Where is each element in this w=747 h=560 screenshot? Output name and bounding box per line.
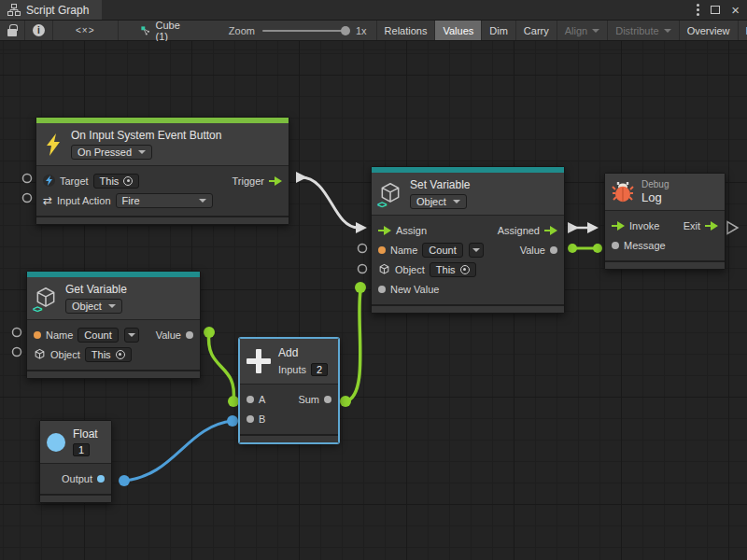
port-row-output: Output (40, 469, 111, 488)
port-label: Name (46, 329, 73, 341)
window-controls: × (697, 0, 747, 20)
sum-output-port[interactable] (324, 396, 331, 403)
assigned-output-port[interactable] (544, 226, 557, 235)
output-port[interactable] (97, 475, 105, 483)
graph-icon (7, 4, 21, 16)
graph-canvas[interactable]: On Input System Event Button On Pressed … (0, 41, 747, 560)
name-input-port[interactable] (34, 331, 41, 339)
chevron-down-icon (472, 248, 480, 252)
zoom-value: 1x (356, 25, 367, 36)
variable-name-dropdown[interactable]: Count (422, 243, 462, 258)
variable-cube-icon: <> (378, 181, 402, 207)
port-label: Exit (684, 220, 700, 231)
node-debug-log[interactable]: Debug Log Invoke Exit Message (604, 173, 726, 270)
wire-float-to-b (119, 415, 238, 486)
full-screen-button[interactable]: Full Screen (739, 21, 747, 40)
chevron-down-icon (128, 333, 135, 337)
gameobject-cube-icon[interactable] (34, 348, 46, 360)
exit-output-port[interactable] (705, 221, 718, 231)
object-this-chip[interactable]: This (85, 347, 132, 362)
wire-assigned-to-invoke (568, 222, 599, 233)
zoom-slider-handle[interactable] (341, 26, 350, 35)
port-row-message: Message (605, 235, 725, 255)
float-value-field[interactable]: 1 (73, 443, 90, 456)
new-value-input-port[interactable] (378, 286, 386, 293)
float-circle-icon (47, 433, 65, 452)
port-row-a: A Sum (240, 389, 338, 409)
inputs-count-field[interactable]: 2 (311, 363, 328, 376)
port-label: New Value (390, 284, 439, 295)
node-title: Log (641, 190, 662, 204)
port-row-name: Name Count Value (372, 240, 564, 259)
variable-name-dropdown-button[interactable] (124, 328, 139, 343)
name-input-port[interactable] (378, 246, 386, 254)
message-input-port[interactable] (612, 242, 619, 249)
player-input-icon[interactable] (43, 175, 55, 187)
variable-name-dropdown[interactable]: Count (78, 328, 118, 343)
node-float[interactable]: Float 1 Output (39, 420, 112, 503)
info-icon: i (33, 24, 45, 36)
gameobject-cube-icon[interactable] (378, 263, 390, 275)
variable-scope-dropdown[interactable]: Object (410, 194, 467, 209)
zoom-label: Zoom (229, 25, 255, 36)
wire-trigger-to-assign (296, 172, 367, 233)
a-input-port[interactable] (247, 396, 254, 403)
plus-icon (247, 349, 271, 373)
port-label: Output (62, 473, 92, 484)
variable-scope-dropdown[interactable]: Object (65, 299, 122, 314)
wire-getvalue-to-a (204, 327, 239, 407)
event-mode-dropdown[interactable]: On Pressed (71, 145, 152, 160)
port-row-b: B (240, 409, 338, 428)
object-this-chip[interactable]: This (430, 262, 476, 277)
port-row-object: Object This (372, 259, 564, 279)
zoom-slider[interactable] (262, 30, 348, 32)
port-label: Name (390, 245, 417, 256)
inspect-button[interactable]: i (25, 21, 53, 40)
invoke-input-port[interactable] (612, 221, 625, 231)
node-title: Float (73, 427, 98, 441)
align-dropdown[interactable]: Align (557, 21, 608, 40)
values-button[interactable]: Values (435, 21, 482, 40)
value-output-port[interactable] (550, 246, 557, 254)
b-input-port[interactable] (247, 415, 254, 423)
variable-name-dropdown-button[interactable] (469, 243, 484, 258)
input-action-dropdown[interactable]: Fire (116, 193, 213, 208)
port-label: Object (50, 349, 80, 360)
node-title: Add (278, 346, 298, 359)
node-get-variable[interactable]: <> Get Variable Object Name Count Value (26, 271, 201, 379)
port-label: Assigned (498, 225, 540, 236)
menu-kebab-icon[interactable] (697, 4, 699, 16)
port-label: Object (395, 264, 425, 275)
target-picker-icon (116, 350, 125, 359)
lock-button[interactable] (0, 21, 25, 40)
overview-button[interactable]: Overview (680, 21, 739, 40)
port-label: B (259, 413, 265, 425)
carry-button[interactable]: Carry (516, 21, 557, 40)
assign-input-port[interactable] (378, 226, 391, 235)
node-add[interactable]: Add Inputs 2 A Sum B (239, 338, 339, 443)
chevron-down-icon (592, 29, 599, 33)
variable-cube-icon: <> (34, 286, 58, 312)
value-output-port[interactable] (186, 331, 193, 339)
node-footer (240, 434, 338, 442)
wire-value-to-message (568, 244, 602, 253)
close-icon[interactable]: × (731, 3, 740, 17)
code-preview-button[interactable]: <×> (53, 21, 119, 40)
target-this-chip[interactable]: This (93, 174, 140, 189)
input-action-icon[interactable]: ⇄ (43, 194, 52, 207)
maximize-icon[interactable] (711, 6, 720, 14)
dim-button[interactable]: Dim (482, 21, 516, 40)
chevron-down-icon (138, 150, 146, 154)
port-label: Assign (396, 225, 427, 236)
node-on-input-system-event-button[interactable]: On Input System Event Button On Pressed … (35, 117, 289, 225)
node-set-variable[interactable]: <> Set Variable Object Assign Assigned N… (371, 166, 565, 314)
relations-button[interactable]: Relations (376, 21, 436, 40)
distribute-dropdown[interactable]: Distribute (608, 21, 679, 40)
node-title: Set Variable (410, 178, 470, 191)
graph-breadcrumb[interactable]: Cube (1) (132, 21, 193, 40)
graph-name: Cube (1) (155, 20, 183, 42)
trigger-output-port[interactable] (269, 176, 282, 186)
lock-icon (7, 29, 17, 36)
lightning-bolt-icon (43, 133, 63, 157)
tab-script-graph[interactable]: Script Graph (0, 0, 102, 20)
